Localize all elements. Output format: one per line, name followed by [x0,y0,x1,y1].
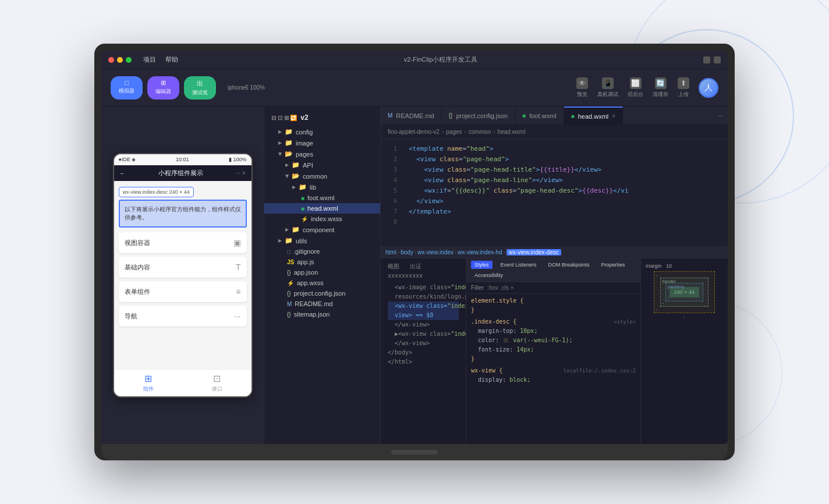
editor-icon: ⊞ [161,79,166,87]
tab-close-icon[interactable]: × [612,113,615,119]
tree-item-appwxss[interactable]: ⚡ app.wxss [264,278,380,288]
tab-headwxml[interactable]: ■ head.wxml × [564,107,623,125]
tree-item-api[interactable]: ▶ 📁 API [264,159,380,171]
breadcrumb-common[interactable]: common [469,129,491,135]
maximize-button[interactable] [126,57,132,63]
styles-filter-input[interactable] [487,285,636,291]
tab-projectconfig[interactable]: {} project.config.json [442,107,515,125]
index-desc-source[interactable]: <style> [614,317,636,326]
action-real-debug[interactable]: 📱 真机调试 [597,77,618,98]
phone-highlight-box: 以下将展示小程序官方组件能力，组件样式仅供参考。 [119,200,247,228]
margin-top-prop: margin-top: [471,328,516,334]
tab-simulator[interactable]: □ 模拟器 [111,76,143,100]
inspector-body[interactable]: body [401,249,413,255]
bottom-code-line-8: </body> [388,348,459,357]
phone-tab-components[interactable]: ⊞ 组件 [114,373,183,393]
tree-item-foot-wxml[interactable]: ■ foot.wxml [264,193,380,203]
breadcrumb-root[interactable]: fino-applet-demo-v2 [388,129,440,135]
phone-bottom-tabs: ⊞ 组件 ⊡ 接口 [114,369,251,396]
tree-root-label[interactable]: v2 [300,113,308,122]
code-content[interactable]: <template name="head"> <view class="page… [402,139,728,246]
inspector-html[interactable]: html [385,249,396,255]
close-button[interactable] [108,57,114,63]
phone-nav-title: 小程序组件展示 [158,169,203,178]
bottom-content: 概图 出证 xxxxxxxxxx <wx-image class="index-… [381,258,728,444]
clear-cache-icon: 🔄 [655,77,667,89]
wx-view-source[interactable]: localfile:/.index.css:2 [563,366,636,375]
phone-section-basic: 基础内容 T [119,257,247,278]
action-background[interactable]: ⬜ 切后台 [628,77,643,98]
folder-icon: 📁 [299,183,307,191]
folder-icon: 📁 [285,237,293,244]
bottom-code-line-4-hl: view> == $0 [388,311,459,320]
section-form-icon: ≡ [236,287,240,296]
phone-tooltip: wx-view.index-desc 240 × 44 [119,187,194,197]
tree-item-appjson[interactable]: {} app.json [264,267,380,278]
chevron-icon: ▶ [285,227,289,232]
tree-item-utils[interactable]: ▶ 📁 utils [264,235,380,246]
inspector-wx-view-desc[interactable]: wx-view.index-desc [506,249,561,255]
win-minimize[interactable] [703,56,710,63]
menu-help[interactable]: 帮助 [165,55,178,64]
tab-test[interactable]: 出 测试笔 [184,76,216,100]
action-preview[interactable]: 👁 预览 [576,77,588,98]
tree-item-lib[interactable]: ▶ 📁 lib [264,182,380,193]
device-label: iphone6 100% [228,84,265,91]
inspector-wx-view-hd[interactable]: wx-view.index-hd [458,249,502,255]
tree-item-sitemap[interactable]: {} sitemap.json [264,309,380,320]
styles-index-desc-rule: .index-desc { <style> [471,317,636,326]
win-maximize[interactable] [714,56,721,63]
chevron-icon: ▶ [278,238,282,243]
phone-more-icon[interactable]: ··· × [236,170,246,176]
padding-bottom-val: - [668,295,669,300]
background-icon: ⬜ [630,77,642,89]
tree-item-gitignore[interactable]: □ .gitignore [264,246,380,257]
bottom-code-line-7: </wx-view> [388,339,459,348]
tree-item-index-wxss[interactable]: ⚡ index.wxss [264,214,380,224]
section-nav-label: 导航 [125,312,137,321]
tree-item-readme[interactable]: M README.md [264,299,380,309]
folder-icon: 📁 [292,161,300,169]
phone-frame: ●IDE ◈ 10:01 ▮ 100% ← 小程序组件展示 ··· × wx-v… [113,153,253,397]
tree-item-head-wxml[interactable]: ■ head.wxml [264,203,380,214]
phone-content: wx-view.index-desc 240 × 44 以下将展示小程序官方组件… [114,181,251,369]
breadcrumb-pages[interactable]: pages [446,129,462,135]
projectconfig-tab-icon: {} [449,112,453,119]
tree-item-component[interactable]: ▶ 📁 component [264,224,380,235]
folder-icon: 📁 [285,128,293,136]
tree-item-appjs[interactable]: JS app.js [264,257,380,267]
bottom-code-line-1: <wx-image class="index-logo" src="../res… [388,283,459,292]
more-tabs-icon[interactable]: ··· [717,112,723,120]
tree-item-config[interactable]: ▶ 📁 config [264,126,380,137]
tab-readme[interactable]: M README.md [381,107,442,125]
tree-item-gitignore-label: .gitignore [293,248,320,255]
tree-item-common[interactable]: ▶ 📂 common [264,171,380,182]
action-upload[interactable]: ⬆ 上传 [678,77,689,98]
phone-tab-api[interactable]: ⊡ 接口 [183,373,251,393]
styles-tab-props[interactable]: Properties [598,261,629,269]
tree-item-projectconfig[interactable]: {} project.config.json [264,288,380,299]
tree-item-image[interactable]: ▶ 📁 image [264,137,380,148]
tab-editor[interactable]: ⊞ 编辑器 [147,76,179,100]
menu-project[interactable]: 项目 [143,55,156,64]
styles-tab-access[interactable]: Accessibility [471,271,506,279]
filter-label: Filter [471,285,484,291]
laptop-notch [391,450,438,455]
styles-rule-element: element.style { [471,296,636,306]
styles-tab-styles[interactable]: Styles [471,261,493,269]
app-title: v2-FinClip小程序开发工具 [183,55,699,64]
tree-item-pages[interactable]: ▶ 📂 pages [264,148,380,159]
styles-tab-dom[interactable]: DOM Breakpoints [545,261,593,269]
action-clear-cache[interactable]: 🔄 清缓存 [653,77,668,98]
line-num-5: 5 [381,186,402,196]
real-debug-icon: 📱 [602,77,614,89]
inspector-wx-view-index[interactable]: wx-view.index [417,249,454,255]
json-icon: {} [287,269,291,276]
bottom-code-line-2: resources/kind/logo.png">_</wx-image> [388,292,459,301]
code-line-1: <template name="head"> [409,144,721,154]
avatar[interactable]: 人 [699,78,718,98]
minimize-button[interactable] [117,57,123,63]
line-numbers: 1 2 3 4 5 6 7 8 [381,139,402,246]
tab-footwxml[interactable]: ■ foot.wxml [515,107,564,125]
styles-tab-events[interactable]: Event Listeners [497,261,540,269]
